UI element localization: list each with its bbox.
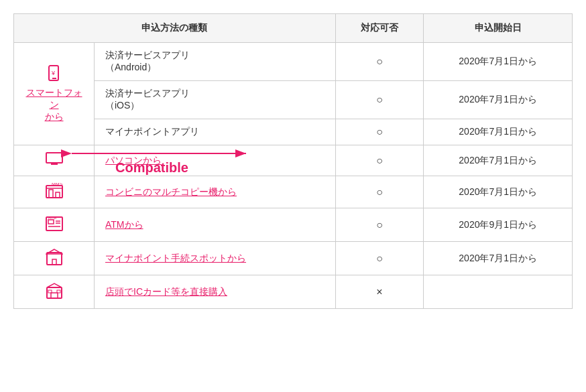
table-row: 店頭でICカード等を直接購入 × <box>14 275 573 309</box>
compatible-mynapoint-app: ○ <box>335 119 424 145</box>
spot-link[interactable]: マイナポイント手続スポットから <box>105 253 246 263</box>
store-label: 店頭でICカード等を直接購入 <box>95 275 336 309</box>
smartphone-icon: ¥ <box>45 70 64 86</box>
sub-label-ios: 決済サービスアプリ（iOS） <box>95 81 336 119</box>
sub-label-mynapoint-app: マイナポイントアプリ <box>95 119 336 145</box>
compatible-android: ○ <box>335 43 424 81</box>
compatible-convenience: ○ <box>335 176 424 208</box>
table-row: 決済サービスアプリ（iOS） ○ 2020年7月1日から <box>14 81 573 119</box>
header-start-date: 申込開始日 <box>424 14 573 43</box>
pc-label-cell: パソコンから Compatible <box>95 145 336 176</box>
atm-link[interactable]: ATMから <box>105 219 143 230</box>
svg-text:ATM: ATM <box>48 216 56 220</box>
date-store <box>424 275 573 309</box>
date-ios: 2020年7月1日から <box>424 81 573 119</box>
pc-link[interactable]: パソコンから <box>105 155 162 166</box>
pc-icon <box>46 158 63 169</box>
convenience-icon: MMS <box>46 190 63 201</box>
svg-rect-15 <box>48 220 54 224</box>
atm-label: ATMから <box>95 208 336 242</box>
table-row: マイナポイント手続スポットから ○ 2020年7月1日から <box>14 242 573 275</box>
date-spot: 2020年7月1日から <box>424 242 573 275</box>
table-row: ATM ATMから ○ 2020年9月1日から <box>14 208 573 242</box>
store-icon <box>46 291 63 302</box>
date-android: 2020年7月1日から <box>424 43 573 81</box>
date-mynapoint-app: 2020年7月1日から <box>424 119 573 145</box>
compatible-pc: ○ <box>335 145 424 176</box>
compatible-ios: ○ <box>335 81 424 119</box>
svg-rect-3 <box>46 153 62 163</box>
store-link[interactable]: 店頭でICカード等を直接購入 <box>105 286 227 297</box>
spot-label: マイナポイント手続スポットから <box>95 242 336 275</box>
sub-label-android: 決済サービスアプリ（Android） <box>95 43 336 81</box>
spot-icon <box>46 257 63 268</box>
header-method: 申込方法の種類 <box>14 14 336 43</box>
compatible-atm: ○ <box>335 208 424 242</box>
svg-text:MMS: MMS <box>52 183 63 186</box>
convenience-link[interactable]: コンビニのマルチコピー機から <box>105 186 237 197</box>
compatible-spot: ○ <box>335 242 424 275</box>
table-row: パソコンから Compatible <box>14 145 573 176</box>
date-convenience: 2020年7月1日から <box>424 176 573 208</box>
convenience-label: コンビニのマルチコピー機から <box>95 176 336 208</box>
smartphone-link[interactable]: スマートフォンから <box>26 87 82 122</box>
table-row: MMS コンビニのマルチコピー機から ○ 2020年7月1日から <box>14 176 573 208</box>
svg-text:¥: ¥ <box>51 70 56 76</box>
date-pc: 2020年7月1日から <box>424 145 573 176</box>
table-row: ¥ スマートフォンから 決済サービスアプリ（Android） ○ 2020年7月… <box>14 43 573 81</box>
date-atm: 2020年9月1日から <box>424 208 573 242</box>
svg-rect-24 <box>51 293 58 298</box>
svg-rect-11 <box>56 192 60 198</box>
svg-rect-22 <box>52 259 56 265</box>
compatible-store: × <box>335 275 424 309</box>
svg-rect-10 <box>49 190 53 198</box>
header-compatible: 対応可否 <box>335 14 424 43</box>
table-row: マイナポイントアプリ ○ 2020年7月1日から <box>14 119 573 145</box>
atm-icon: ATM <box>46 224 63 235</box>
